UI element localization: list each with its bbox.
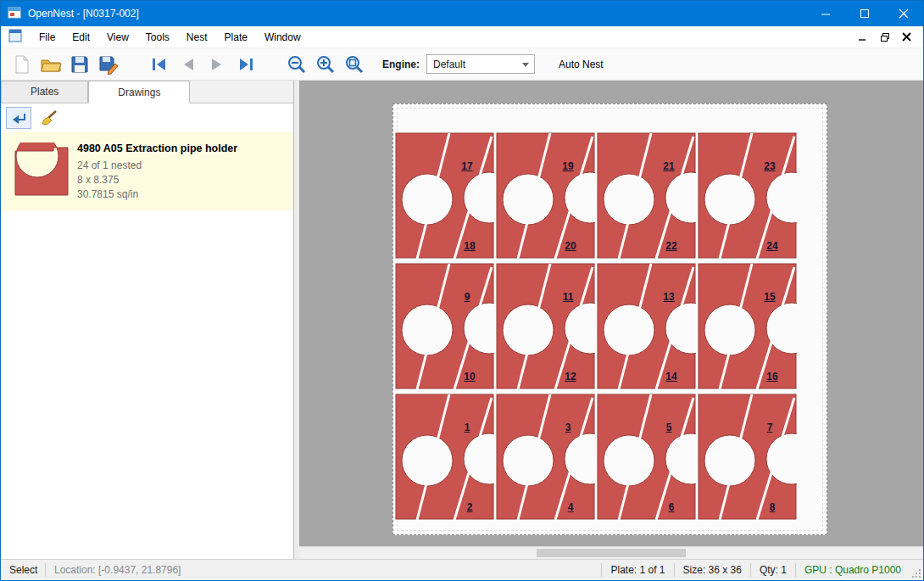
plate[interactable]: 17 18 19 20 21 22 23: [392, 103, 827, 535]
status-bar: Select Location: [-0.9437, 21.8796] Plat…: [1, 559, 923, 580]
auto-nest-button[interactable]: Auto Nest: [554, 55, 609, 74]
scrollbar-thumb[interactable]: [537, 549, 687, 557]
drawing-area: 30.7815 sq/in: [77, 187, 237, 202]
plate-size: Size: 36 x 36: [675, 560, 750, 581]
app-window: OpenNest - [N0317-002] File Edit View To…: [0, 0, 924, 581]
mdi-restore-button[interactable]: [874, 28, 896, 47]
horizontal-scrollbar[interactable]: [299, 546, 923, 559]
nested-part-pair[interactable]: 3 4: [496, 393, 595, 522]
part-number[interactable]: 21: [649, 160, 688, 172]
drawing-list-item[interactable]: 4980 A05 Extraction pipe holder 24 of 1 …: [1, 132, 293, 210]
menu-edit[interactable]: Edit: [64, 26, 98, 48]
new-file-button[interactable]: [8, 51, 36, 78]
app-icon: [8, 6, 21, 22]
part-number[interactable]: 12: [551, 371, 590, 383]
save-edit-button[interactable]: [94, 51, 123, 78]
chevron-down-icon: [522, 63, 529, 67]
nested-part-pair[interactable]: 11 12: [496, 262, 595, 391]
clear-nest-button[interactable]: [36, 107, 62, 129]
previous-plate-button[interactable]: [174, 51, 203, 78]
part-number[interactable]: 3: [548, 422, 587, 433]
part-number[interactable]: 9: [448, 291, 487, 303]
nested-part-pair[interactable]: 1 2: [395, 393, 494, 522]
plate-count: Plate: 1 of 1: [602, 560, 673, 581]
part-number[interactable]: 2: [450, 501, 489, 513]
part-number[interactable]: 13: [649, 291, 688, 303]
mode-indicator: Select: [1, 560, 45, 581]
part-number[interactable]: 20: [551, 240, 590, 252]
title-bar: OpenNest - [N0317-002]: [1, 1, 923, 26]
part-number[interactable]: 15: [750, 291, 789, 303]
next-plate-button[interactable]: [203, 51, 231, 78]
menu-bar: File Edit View Tools Nest Plate Window: [1, 26, 923, 48]
zoom-fit-button[interactable]: [340, 51, 369, 78]
nested-part-pair[interactable]: 19 20: [496, 131, 595, 260]
nested-part-pair[interactable]: 17 18: [395, 131, 494, 260]
resize-grip[interactable]: [911, 560, 923, 581]
first-plate-button[interactable]: [145, 51, 174, 78]
tab-drawings[interactable]: Drawings: [88, 81, 190, 103]
menu-window[interactable]: Window: [256, 26, 309, 48]
nested-part-pair[interactable]: 23 24: [698, 131, 797, 260]
return-to-plate-button[interactable]: [6, 107, 31, 129]
part-number[interactable]: 5: [649, 422, 688, 433]
engine-label: Engine:: [382, 59, 420, 70]
minimize-button[interactable]: [806, 1, 845, 26]
part-number[interactable]: 24: [753, 240, 792, 252]
menu-nest[interactable]: Nest: [178, 26, 216, 48]
engine-selected-value: Default: [433, 59, 465, 70]
gpu-indicator: GPU : Quadro P1000: [796, 560, 910, 581]
nested-part-pair[interactable]: 5 6: [597, 393, 696, 522]
part-number[interactable]: 6: [652, 501, 691, 513]
panel-tab-strip: Plates Drawings: [1, 81, 293, 103]
panel-toolbar: [1, 103, 293, 132]
drawing-dimensions: 8 x 8.375: [77, 173, 237, 187]
part-number[interactable]: 17: [448, 160, 487, 172]
zoom-out-button[interactable]: [282, 51, 311, 78]
part-number[interactable]: 14: [652, 371, 691, 383]
tab-plates[interactable]: Plates: [1, 81, 88, 103]
engine-select[interactable]: Default: [426, 54, 535, 74]
part-number[interactable]: 22: [652, 240, 691, 252]
nested-part-pair[interactable]: 21 22: [597, 131, 696, 260]
menu-view[interactable]: View: [98, 26, 137, 48]
nested-part-pair[interactable]: 13 14: [597, 262, 696, 391]
part-number[interactable]: 11: [548, 291, 587, 303]
part-number[interactable]: 8: [753, 501, 792, 513]
left-panel: Plates Drawings 4980 A05 Extraction pipe…: [1, 81, 294, 559]
part-number[interactable]: 10: [450, 371, 489, 383]
part-number[interactable]: 23: [750, 160, 789, 172]
nest-grid: 17 18 19 20 21 22 23: [395, 131, 797, 522]
menu-tools[interactable]: Tools: [137, 26, 178, 48]
nested-part-pair[interactable]: 7 8: [698, 393, 797, 522]
save-button[interactable]: [65, 51, 94, 78]
maximize-button[interactable]: [845, 1, 884, 26]
plate-qty: Qty: 1: [751, 560, 795, 581]
last-plate-button[interactable]: [231, 51, 260, 78]
drawing-title: 4980 A05 Extraction pipe holder: [77, 142, 237, 154]
main-toolbar: Engine: Default Auto Nest: [1, 48, 923, 81]
part-number[interactable]: 7: [750, 422, 789, 433]
document-icon: [8, 29, 22, 45]
part-thumbnail: [6, 139, 77, 202]
part-number[interactable]: 16: [753, 371, 792, 383]
menu-plate[interactable]: Plate: [216, 26, 256, 48]
menu-file[interactable]: File: [31, 26, 64, 48]
nest-canvas[interactable]: 17 18 19 20 21 22 23: [299, 81, 923, 559]
mdi-minimize-button[interactable]: [852, 28, 874, 47]
window-title: OpenNest - [N0317-002]: [28, 8, 139, 20]
cursor-location: Location: [-0.9437, 21.8796]: [46, 560, 189, 581]
drawing-nested-count: 24 of 1 nested: [77, 159, 237, 173]
part-number[interactable]: 19: [548, 160, 587, 172]
mdi-close-button[interactable]: [896, 28, 918, 47]
part-number[interactable]: 1: [448, 422, 487, 433]
nested-part-pair[interactable]: 15 16: [698, 262, 797, 391]
nested-part-pair[interactable]: 9 10: [395, 262, 494, 391]
zoom-in-button[interactable]: [311, 51, 340, 78]
open-file-button[interactable]: [36, 51, 65, 78]
part-number[interactable]: 18: [450, 240, 489, 252]
close-button[interactable]: [884, 1, 923, 26]
part-number[interactable]: 4: [551, 501, 590, 513]
